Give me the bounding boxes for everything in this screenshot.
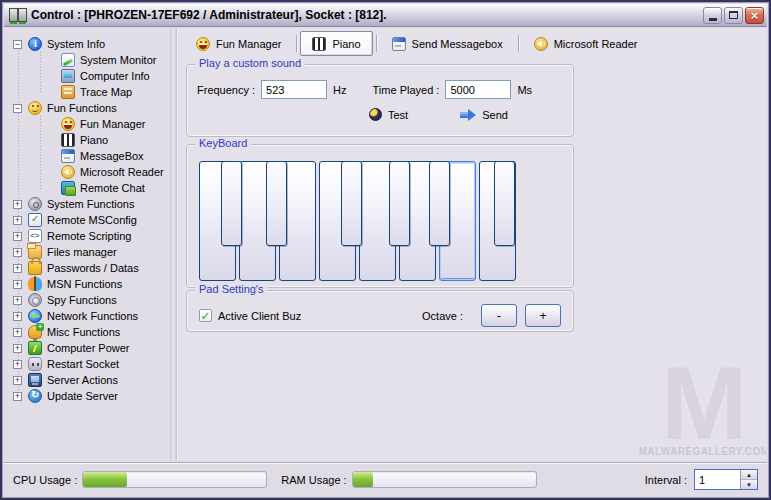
expand-icon[interactable]: + xyxy=(13,392,22,401)
frequency-input[interactable] xyxy=(261,80,327,99)
expand-icon[interactable]: + xyxy=(13,328,22,337)
piano-black-key-2[interactable] xyxy=(266,161,287,246)
tree: −System InfoSystem MonitorComputer InfoT… xyxy=(5,28,170,461)
messagebox-icon xyxy=(61,149,75,163)
tree-item-remote-chat[interactable]: Remote Chat xyxy=(5,180,170,196)
cpu-progress-fill xyxy=(83,472,127,487)
tree-item-piano[interactable]: Piano xyxy=(5,132,170,148)
expand-icon[interactable]: + xyxy=(13,280,22,289)
tree-item-passwords-datas[interactable]: +Passwords / Datas xyxy=(5,260,170,276)
tree-item-label: Update Server xyxy=(47,390,118,402)
tab-send-messagebox[interactable]: Send Messagebox xyxy=(380,31,515,56)
msconfig-icon xyxy=(28,213,42,227)
tree-item-microsoft-reader[interactable]: Microsoft Reader xyxy=(5,164,170,180)
octave-label: Octave : xyxy=(422,310,463,322)
signpost-icon xyxy=(61,85,75,99)
time-played-input[interactable] xyxy=(445,80,511,99)
tree-item-label: MessageBox xyxy=(80,150,144,162)
ram-usage-label: RAM Usage : xyxy=(281,474,346,486)
sound-buttons-row: Test Send xyxy=(187,108,573,121)
collapse-icon[interactable]: − xyxy=(13,40,22,49)
chart-icon xyxy=(61,53,75,67)
tree-item-update-server[interactable]: +Update Server xyxy=(5,388,170,404)
tree-item-system-monitor[interactable]: System Monitor xyxy=(5,52,170,68)
tab-fun-manager[interactable]: Fun Manager xyxy=(184,31,293,56)
octave-minus-button[interactable]: - xyxy=(481,304,517,327)
active-client-buz-checkbox[interactable] xyxy=(199,309,212,322)
piano-black-key-4[interactable] xyxy=(389,161,410,246)
tree-item-system-functions[interactable]: +System Functions xyxy=(5,196,170,212)
minimize-button[interactable] xyxy=(703,7,722,24)
tree-item-misc-functions[interactable]: +Misc Functions xyxy=(5,324,170,340)
piano-black-key-1[interactable] xyxy=(221,161,242,246)
piano-black-key-6[interactable] xyxy=(494,161,515,246)
expand-icon[interactable]: + xyxy=(13,296,22,305)
tree-item-label: Restart Socket xyxy=(47,358,119,370)
spin-up-button[interactable] xyxy=(741,470,757,480)
expand-icon[interactable]: + xyxy=(13,248,22,257)
tree-item-system-info[interactable]: −System Info xyxy=(5,36,170,52)
frequency-label: Frequency : xyxy=(197,84,255,96)
computer-icon xyxy=(61,69,75,83)
title-bar[interactable]: Control : [PHROZEN-17EF692 / Administrat… xyxy=(4,4,767,27)
test-icon xyxy=(369,108,382,121)
expand-icon[interactable]: + xyxy=(13,312,22,321)
piano-black-key-5[interactable] xyxy=(429,161,450,246)
main-panel: Fun ManagerPianoSend MessageboxMicrosoft… xyxy=(177,28,766,461)
active-client-buz-label: Active Client Buz xyxy=(218,310,301,322)
interval-input[interactable] xyxy=(695,470,740,489)
pad-settings-group: Pad Setting's Active Client Buz Octave :… xyxy=(186,290,574,332)
expand-icon[interactable]: + xyxy=(13,344,22,353)
tree-item-trace-map[interactable]: Trace Map xyxy=(5,84,170,100)
test-button[interactable]: Test xyxy=(369,108,408,121)
tree-item-label: Server Actions xyxy=(47,374,118,386)
spin-down-button[interactable] xyxy=(741,480,757,489)
maximize-button[interactable] xyxy=(724,7,743,24)
expand-icon[interactable]: + xyxy=(13,264,22,273)
collapse-icon[interactable]: − xyxy=(13,104,22,113)
expand-icon[interactable]: + xyxy=(13,232,22,241)
spinner-buttons xyxy=(740,470,757,489)
tree-item-label: Remote Chat xyxy=(80,182,145,194)
tree-item-msn-functions[interactable]: +MSN Functions xyxy=(5,276,170,292)
close-button[interactable]: × xyxy=(745,7,764,24)
tab-bar: Fun ManagerPianoSend MessageboxMicrosoft… xyxy=(184,31,649,56)
piano-black-key-3[interactable] xyxy=(341,161,362,246)
tree-item-spy-functions[interactable]: +Spy Functions xyxy=(5,292,170,308)
send-label: Send xyxy=(482,109,508,121)
time-played-label: Time Played : xyxy=(373,84,440,96)
tree-item-remote-scripting[interactable]: +Remote Scripting xyxy=(5,228,170,244)
octave-plus-button[interactable]: + xyxy=(525,304,561,327)
expand-icon[interactable]: + xyxy=(13,216,22,225)
watermark-text: MALWAREGALLERY.COM xyxy=(634,446,766,457)
time-unit: Ms xyxy=(517,84,532,96)
tree-item-files-manager[interactable]: +Files manager xyxy=(5,244,170,260)
send-button[interactable]: Send xyxy=(460,109,508,121)
tree-item-label: Files manager xyxy=(47,246,117,258)
ram-progress-bar xyxy=(352,471,537,488)
tree-item-label: Spy Functions xyxy=(47,294,117,306)
tree-item-label: Passwords / Datas xyxy=(47,262,139,274)
window-title: Control : [PHROZEN-17EF692 / Administrat… xyxy=(31,8,701,22)
interval-spinner xyxy=(694,469,758,490)
tree-item-computer-info[interactable]: Computer Info xyxy=(5,68,170,84)
sound-inputs-row: Frequency : Hz Time Played : Ms xyxy=(187,80,573,99)
expand-icon[interactable]: + xyxy=(13,360,22,369)
tree-item-messagebox[interactable]: MessageBox xyxy=(5,148,170,164)
tab-microsoft-reader[interactable]: Microsoft Reader xyxy=(522,31,650,56)
tree-item-restart-socket[interactable]: +Restart Socket xyxy=(5,356,170,372)
tree-item-network-functions[interactable]: +Network Functions xyxy=(5,308,170,324)
tree-item-fun-manager[interactable]: Fun Manager xyxy=(5,116,170,132)
tree-item-server-actions[interactable]: +Server Actions xyxy=(5,372,170,388)
tab-piano[interactable]: Piano xyxy=(300,31,372,56)
test-label: Test xyxy=(388,109,408,121)
splitter[interactable] xyxy=(170,28,177,461)
grin-icon xyxy=(196,37,210,51)
tree-item-fun-functions[interactable]: −Fun Functions xyxy=(5,100,170,116)
expand-icon[interactable]: + xyxy=(13,376,22,385)
pad-settings-legend: Pad Setting's xyxy=(195,283,267,295)
tools-icon xyxy=(28,325,42,339)
tree-item-remote-msconfig[interactable]: +Remote MSConfig xyxy=(5,212,170,228)
tree-item-computer-power[interactable]: +Computer Power xyxy=(5,340,170,356)
expand-icon[interactable]: + xyxy=(13,200,22,209)
